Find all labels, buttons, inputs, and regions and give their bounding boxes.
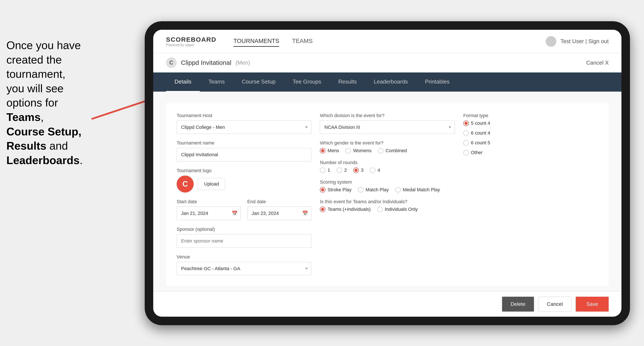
user-area: Test User | Sign out [546, 36, 609, 47]
sponsor-group: Sponsor (optional) [177, 227, 311, 248]
format-other[interactable]: Other [463, 150, 598, 155]
format-label: Format type [463, 113, 598, 118]
venue-select[interactable]: Peachtree GC - Atlanta - GA [177, 262, 311, 275]
individuals-only[interactable]: Individuals Only [377, 207, 418, 212]
rounds-4[interactable]: 4 [370, 168, 380, 173]
top-nav: SCOREBOARD Powered by clippd TOURNAMENTS… [153, 30, 622, 53]
logo-subtitle: Powered by clippd [166, 43, 216, 47]
tab-course-setup[interactable]: Course Setup [233, 72, 284, 92]
format-6count5-label: 6 count 5 [471, 140, 490, 146]
scoring-stroke[interactable]: Stroke Play [320, 187, 352, 192]
rounds-2[interactable]: 2 [337, 168, 347, 173]
nav-links: TOURNAMENTS TEAMS [234, 36, 546, 47]
format-5count4-radio[interactable] [463, 121, 469, 126]
date-row: Start date 📅 End date 📅 [177, 199, 311, 220]
delete-button[interactable]: Delete [502, 297, 534, 312]
start-date-input[interactable] [177, 207, 241, 220]
gender-label: Which gender is the event for? [320, 140, 454, 146]
rounds-2-label: 2 [344, 168, 347, 173]
main-content: Tournament Host Clippd College - Men Tou… [153, 92, 622, 291]
rounds-1[interactable]: 1 [320, 168, 330, 173]
gender-combined-radio[interactable] [378, 148, 384, 154]
tournament-name-input[interactable] [177, 148, 311, 162]
cancel-x-button[interactable]: Cancel X [586, 59, 609, 66]
user-sign-out[interactable]: Test User | Sign out [560, 38, 609, 45]
division-select[interactable]: NCAA Division III [320, 121, 454, 134]
bottom-bar: Delete Cancel Save [153, 291, 622, 317]
save-button[interactable]: Save [576, 297, 609, 312]
tournament-host-select[interactable]: Clippd College - Men [177, 121, 311, 134]
rounds-3-radio[interactable] [353, 168, 359, 173]
sponsor-input[interactable] [177, 234, 311, 248]
cancel-button[interactable]: Cancel [538, 297, 572, 312]
gender-womens-radio[interactable] [346, 148, 351, 154]
scoring-match-radio[interactable] [358, 187, 364, 192]
end-date-wrap: 📅 [247, 207, 312, 220]
tab-teams[interactable]: Teams [200, 72, 233, 92]
scoring-stroke-radio[interactable] [320, 187, 326, 192]
tab-printables[interactable]: Printables [416, 72, 458, 92]
format-6count4-radio[interactable] [463, 130, 469, 136]
end-date-label: End date [247, 199, 312, 204]
scoring-radio-group: Stroke Play Match Play Medal Match Play [320, 187, 454, 192]
end-date-icon: 📅 [302, 211, 308, 216]
back-button[interactable]: C [166, 57, 177, 68]
gender-combined[interactable]: Combined [378, 148, 407, 154]
nav-tournaments[interactable]: TOURNAMENTS [234, 36, 280, 47]
format-5count4[interactable]: 5 count 4 [463, 121, 598, 126]
form-col-2: Which division is the event for? NCAA Di… [320, 113, 454, 275]
end-date-input[interactable] [247, 207, 312, 220]
tournament-name-group: Tournament name [177, 140, 311, 162]
teams-plus-label: Teams (+Individuals) [328, 207, 370, 212]
logo-area: SCOREBOARD Powered by clippd [166, 36, 216, 47]
teams-plus-individuals[interactable]: Teams (+Individuals) [320, 207, 370, 212]
format-6count5[interactable]: 6 count 5 [463, 140, 598, 146]
tab-results[interactable]: Results [330, 72, 365, 92]
form-col-3: Format type 5 count 4 6 count 4 [463, 113, 598, 275]
scoring-match[interactable]: Match Play [358, 187, 389, 192]
rounds-3-label: 3 [361, 168, 364, 173]
breadcrumb-bar: C Clippd Invitational (Men) Cancel X [153, 53, 622, 72]
scoring-medal-radio[interactable] [395, 187, 401, 192]
breadcrumb-left: C Clippd Invitational (Men) [166, 57, 250, 68]
gender-mens-label: Mens [328, 148, 339, 154]
venue-label: Venue [177, 254, 311, 260]
tournament-subtitle: (Men) [236, 59, 250, 66]
tournament-host-group: Tournament Host Clippd College - Men [177, 113, 311, 134]
format-5count4-label: 5 count 4 [471, 121, 490, 126]
tab-details[interactable]: Details [166, 72, 200, 92]
tournament-host-label: Tournament Host [177, 113, 311, 118]
scoring-medal[interactable]: Medal Match Play [395, 187, 440, 192]
tournament-title: Clippd Invitational [181, 59, 231, 66]
scoring-label: Scoring system [320, 179, 454, 185]
gender-radio-group: Mens Womens Combined [320, 148, 454, 154]
scoring-match-label: Match Play [366, 187, 389, 192]
tab-tee-groups[interactable]: Tee Groups [284, 72, 330, 92]
gender-mens[interactable]: Mens [320, 148, 339, 154]
gender-mens-radio[interactable] [320, 148, 326, 154]
individuals-only-radio[interactable] [377, 207, 383, 212]
rounds-label: Number of rounds [320, 160, 454, 165]
gender-womens[interactable]: Womens [346, 148, 371, 154]
rounds-4-label: 4 [378, 168, 380, 173]
user-avatar [546, 36, 556, 47]
tablet-screen: SCOREBOARD Powered by clippd TOURNAMENTS… [153, 30, 622, 317]
teams-radio-group: Teams (+Individuals) Individuals Only [320, 207, 454, 212]
nav-teams[interactable]: TEAMS [292, 36, 312, 47]
start-date-wrap: 📅 [177, 207, 241, 220]
rounds-2-radio[interactable] [337, 168, 342, 173]
teams-plus-radio[interactable] [320, 207, 326, 212]
start-date-group: Start date 📅 [177, 199, 241, 220]
format-6count4[interactable]: 6 count 4 [463, 130, 598, 136]
division-label: Which division is the event for? [320, 113, 454, 118]
venue-group: Venue Peachtree GC - Atlanta - GA [177, 254, 311, 275]
rounds-4-radio[interactable] [370, 168, 376, 173]
rounds-3[interactable]: 3 [353, 168, 364, 173]
format-other-radio[interactable] [463, 150, 469, 155]
rounds-1-radio[interactable] [320, 168, 326, 173]
format-6count5-radio[interactable] [463, 140, 469, 146]
scoring-stroke-label: Stroke Play [328, 187, 352, 192]
tab-leaderboards[interactable]: Leaderboards [365, 72, 416, 92]
teams-group: Is this event for Teams and/or Individua… [320, 199, 454, 212]
upload-button[interactable]: Upload [198, 178, 225, 190]
